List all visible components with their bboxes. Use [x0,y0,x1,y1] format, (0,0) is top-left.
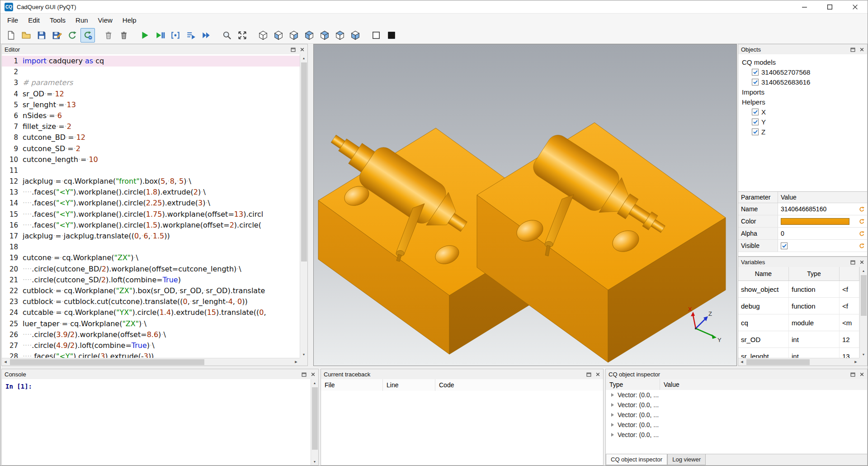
column-header[interactable] [840,267,859,281]
expand-chevron-icon[interactable] [611,413,614,417]
continue-button[interactable] [199,28,213,43]
save-button[interactable] [34,28,49,43]
close-panel-button[interactable] [309,371,316,378]
close-panel-button[interactable] [858,258,865,266]
close-panel-button[interactable] [858,46,865,53]
scrollbar-thumb[interactable] [10,359,204,365]
tree-item-x[interactable]: X [738,107,867,117]
scroll-right-arrow[interactable]: ▶ [852,358,859,366]
scroll-up-arrow[interactable]: ▲ [311,379,318,386]
reset-value-button[interactable] [856,203,867,215]
menu-help[interactable]: Help [118,14,142,26]
open-file-button[interactable] [19,28,33,43]
reload-button[interactable] [65,28,80,43]
scrollbar-thumb[interactable] [746,359,810,365]
inspector-row[interactable]: Vector: (0.0, ... [606,390,867,400]
variables-vertical-scrollbar[interactable]: ▲ ▼ [859,267,867,358]
tree-item-imports[interactable]: Imports [738,87,867,97]
property-value[interactable]: 3140646685160 [778,203,856,215]
variable-row-cq[interactable]: cqmodule<m [738,314,859,331]
menu-file[interactable]: File [2,14,23,26]
scroll-down-arrow[interactable]: ▼ [300,351,307,358]
tree-item-helpers[interactable]: Helpers [738,97,867,107]
close-button[interactable] [842,0,868,13]
tree-item-cq-models[interactable]: CQ models [738,57,867,67]
close-panel-button[interactable] [298,46,306,53]
scroll-up-arrow[interactable]: ▲ [300,54,307,62]
variable-row-sr_lenght[interactable]: sr_lenghtint13 [738,348,859,358]
float-button[interactable] [585,371,592,378]
float-button[interactable] [849,46,856,53]
editor-vertical-scrollbar[interactable]: ▲ ▼ [300,54,307,358]
console-input-area[interactable]: In [1]: [2,379,311,465]
editor-horizontal-scrollbar[interactable]: ◀ ▶ [2,358,300,366]
scroll-down-arrow[interactable]: ▼ [311,458,318,465]
menu-tools[interactable]: Tools [45,14,71,26]
inspector-row[interactable]: Vector: (0.0, ... [606,410,867,420]
step-next-button[interactable] [184,28,198,43]
scrollbar-thumb[interactable] [312,387,318,450]
render-button[interactable] [137,28,152,43]
clear-console-button[interactable] [101,28,116,43]
variable-row-sr_OD[interactable]: sr_ODint12 [738,331,859,348]
bottom-view-button[interactable] [348,28,363,43]
right-view-button[interactable] [317,28,332,43]
column-header[interactable]: Name [738,267,789,281]
property-value[interactable]: 0 [778,228,856,239]
checkbox[interactable] [752,79,759,86]
color-swatch[interactable] [781,218,849,225]
reset-value-button[interactable] [856,228,867,239]
scrollbar-thumb[interactable] [301,62,307,262]
scroll-down-arrow[interactable]: ▼ [860,351,867,358]
fit-all-button[interactable] [235,28,250,43]
inspector-row[interactable]: Vector: (0.0, ... [606,400,867,410]
step-button[interactable] [168,28,183,43]
variables-horizontal-scrollbar[interactable]: ◀ ▶ [738,358,859,366]
tree-item-y[interactable]: Y [738,117,867,127]
tree-item-3140652683616[interactable]: 3140652683616 [738,77,867,87]
variable-row-debug[interactable]: debugfunction<f [738,298,859,314]
scroll-right-arrow[interactable]: ▶ [292,358,300,366]
expand-chevron-icon[interactable] [611,423,614,427]
shaded-button[interactable] [384,28,399,43]
delete-button[interactable] [117,28,131,43]
top-view-button[interactable] [333,28,347,43]
back-view-button[interactable] [287,28,301,43]
float-button[interactable] [289,46,297,53]
checkbox[interactable] [781,243,788,249]
expand-chevron-icon[interactable] [611,393,614,397]
save-as-button[interactable] [50,28,64,43]
float-button[interactable] [300,371,307,378]
scroll-up-arrow[interactable]: ▲ [860,267,867,274]
left-view-button[interactable] [302,28,316,43]
column-header[interactable]: Type [789,267,840,281]
property-value[interactable] [778,240,856,252]
traceback-list[interactable] [321,391,603,465]
iso-view-button[interactable] [256,28,270,43]
variable-row-show_object[interactable]: show_objectfunction<f [738,281,859,298]
float-button[interactable] [849,371,856,378]
checkbox[interactable] [752,109,759,115]
tree-item-z[interactable]: Z [738,127,867,137]
autoreload-toggle[interactable] [80,28,95,43]
tree-item-3140652707568[interactable]: 3140652707568 [738,67,867,77]
expand-chevron-icon[interactable] [611,403,614,407]
checkbox[interactable] [752,128,759,135]
console-vertical-scrollbar[interactable]: ▲ ▼ [311,379,318,465]
tab-log-viewer[interactable]: Log viewer [667,454,706,465]
zoom-fit-button[interactable] [220,28,234,43]
front-view-button[interactable] [271,28,286,43]
new-file-button[interactable] [4,28,18,43]
reset-value-button[interactable] [856,215,867,227]
reset-value-button[interactable] [856,240,867,252]
checkbox[interactable] [752,119,759,125]
menu-edit[interactable]: Edit [23,14,45,26]
inspector-row[interactable]: Vector: (0.0, ... [606,420,867,430]
scroll-left-arrow[interactable]: ◀ [738,358,745,366]
checkbox[interactable] [752,69,759,76]
expand-chevron-icon[interactable] [611,433,614,437]
close-panel-button[interactable] [858,371,865,378]
minimize-button[interactable] [792,0,817,13]
wireframe-button[interactable] [369,28,383,43]
menu-view[interactable]: View [93,14,118,26]
